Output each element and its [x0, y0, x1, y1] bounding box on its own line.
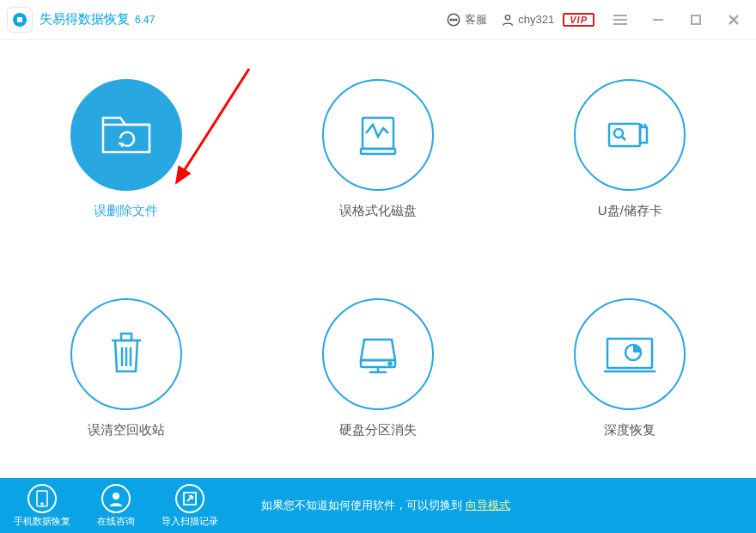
support-button[interactable]: 客服 [439, 12, 494, 28]
hard-drive-icon [322, 79, 434, 191]
svg-rect-16 [361, 149, 395, 154]
folder-refresh-icon [70, 79, 182, 191]
menu-icon [613, 14, 627, 26]
app-logo [7, 7, 33, 33]
phone-recovery-button[interactable]: 手机数据恢复 [5, 484, 79, 528]
hint-text: 如果您不知道如何使用软件，可以切换到 [261, 499, 462, 512]
support-label: 客服 [465, 12, 487, 28]
bottom-bar: 手机数据恢复 在线咨询 导入扫描记录 如果您不知道如何使用软件，可以切换到 向导… [0, 478, 756, 533]
recovery-options-grid: 误删除文件 误格式化磁盘 U盘/储存卡 [0, 40, 756, 478]
close-button[interactable] [715, 0, 753, 40]
import-icon [175, 484, 204, 513]
option-recycle-bin[interactable]: 误清空回收站 [70, 298, 182, 438]
footer-item-label: 在线咨询 [97, 515, 135, 528]
svg-rect-32 [607, 339, 652, 368]
footer-hint: 如果您不知道如何使用软件，可以切换到 向导模式 [261, 498, 510, 513]
external-drive-icon [322, 298, 434, 410]
vip-badge: VIP [563, 13, 594, 27]
svg-point-29 [388, 363, 391, 365]
svg-rect-11 [692, 15, 700, 24]
maximize-icon [690, 14, 702, 26]
option-usb-card[interactable]: U盘/储存卡 [574, 79, 686, 219]
option-label: 深度恢复 [574, 422, 686, 438]
option-label: 硬盘分区消失 [322, 422, 434, 438]
user-icon [501, 13, 515, 27]
svg-rect-24 [121, 334, 131, 340]
import-scan-button[interactable]: 导入扫描记录 [153, 484, 227, 528]
svg-point-37 [41, 503, 43, 505]
option-label: 误格式化磁盘 [322, 203, 434, 219]
option-label: 误清空回收站 [70, 422, 182, 438]
svg-point-3 [451, 19, 453, 21]
close-icon [727, 13, 741, 27]
title-bar: 失易得数据恢复 6.47 客服 chy321 VIP [0, 0, 756, 40]
usb-card-icon [574, 79, 686, 191]
svg-line-19 [621, 136, 625, 140]
app-title: 失易得数据恢复 [40, 11, 130, 28]
user-chip[interactable]: chy321 VIP [494, 13, 601, 27]
option-label: 误删除文件 [70, 203, 182, 219]
option-deep-recovery[interactable]: 深度恢复 [574, 298, 686, 438]
trash-icon [70, 298, 182, 410]
option-deleted-files[interactable]: 误删除文件 [70, 79, 182, 219]
app-version: 6.47 [135, 14, 155, 26]
svg-point-4 [454, 19, 455, 21]
option-lost-partition[interactable]: 硬盘分区消失 [322, 298, 434, 438]
option-label: U盘/储存卡 [574, 203, 686, 219]
person-icon [101, 484, 131, 513]
footer-item-label: 导入扫描记录 [162, 515, 218, 528]
footer-item-label: 手机数据恢复 [14, 515, 70, 528]
online-consult-button[interactable]: 在线咨询 [79, 484, 153, 528]
svg-point-5 [456, 19, 458, 21]
option-formatted-disk[interactable]: 误格式化磁盘 [322, 79, 434, 219]
minimize-button[interactable] [639, 0, 677, 40]
menu-button[interactable] [601, 0, 639, 40]
svg-rect-1 [17, 17, 22, 22]
phone-icon [27, 484, 57, 513]
chat-icon [446, 12, 461, 28]
svg-rect-20 [640, 127, 647, 143]
wizard-mode-link[interactable]: 向导模式 [466, 499, 510, 512]
svg-point-38 [113, 493, 119, 499]
svg-point-6 [506, 15, 510, 19]
maximize-button[interactable] [677, 0, 715, 40]
user-name: chy321 [518, 13, 554, 26]
deep-scan-icon [574, 298, 686, 410]
minimize-icon [651, 13, 665, 27]
